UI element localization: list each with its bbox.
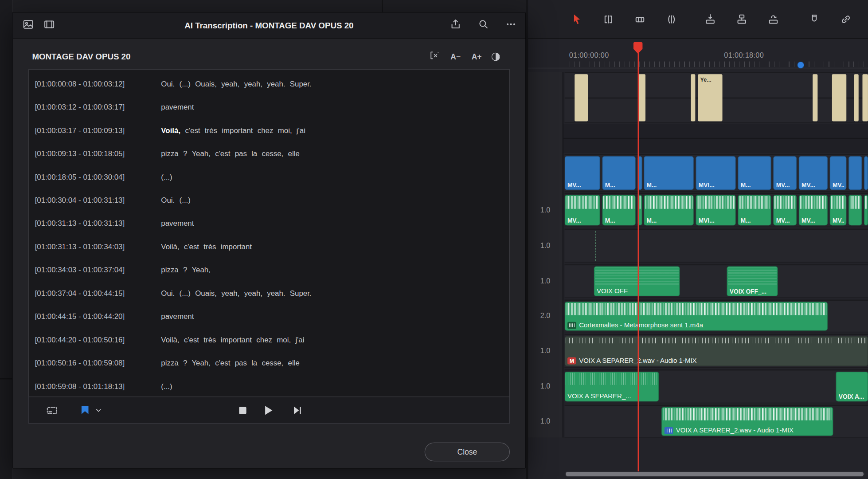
- insert-clip-icon[interactable]: [698, 10, 723, 28]
- video-clip[interactable]: M...: [738, 156, 771, 190]
- filmstrip-view-icon[interactable]: [43, 18, 56, 33]
- transcript-timestamp: [01:00:18:05 - 01:00:30:04]: [29, 173, 161, 181]
- transcript-text: pizza ? Yeah, c'est pas la cesse, elle: [161, 149, 299, 158]
- thin-clip[interactable]: [691, 74, 695, 121]
- subtitle-region-icon[interactable]: [45, 404, 59, 417]
- audio-clip[interactable]: [848, 195, 862, 226]
- marker-flag-icon[interactable]: [82, 406, 89, 414]
- transcript-row[interactable]: [01:00:00:08 - 01:00:03:12]Oui. (...) Ou…: [29, 72, 509, 95]
- transcript-row[interactable]: [01:00:59:08 - 01:01:18:13](...): [29, 374, 509, 397]
- playhead-line[interactable]: [638, 42, 639, 471]
- video-clip[interactable]: MV...: [773, 156, 796, 190]
- transcript-row[interactable]: [01:00:31:13 - 01:00:31:13]pavement: [29, 212, 509, 235]
- mute-badge: M: [567, 357, 576, 364]
- waveform: [739, 196, 770, 209]
- transcript-row[interactable]: [01:00:18:05 - 01:00:30:04](...): [29, 165, 509, 188]
- transcript-row[interactable]: [01:00:34:03 - 01:00:37:04]pizza ? Yeah,: [29, 258, 509, 281]
- close-button[interactable]: Close: [425, 443, 510, 461]
- dynamic-trim-mode-icon[interactable]: [659, 10, 684, 28]
- thin-clip[interactable]: Ye...: [698, 74, 723, 121]
- audio-clip[interactable]: MVI...: [696, 195, 736, 226]
- track-volume-label: 1.0: [528, 346, 562, 355]
- audio-clip[interactable]: VOIX A...: [836, 372, 868, 401]
- audio-clip[interactable]: MV...: [773, 195, 796, 226]
- waveform: [595, 267, 679, 285]
- audio-clip[interactable]: VOIX A SEPARER_...: [565, 372, 659, 401]
- video-clip[interactable]: MVI...: [696, 156, 736, 190]
- thin-clip[interactable]: [862, 74, 868, 121]
- clip-label: M...: [646, 217, 691, 224]
- transcript-text: Voilà, c'est très important chez moi, j'…: [161, 126, 305, 134]
- video-clip[interactable]: MV...: [830, 156, 846, 190]
- replace-clip-icon[interactable]: [761, 10, 786, 28]
- transcript-row[interactable]: [01:00:03:12 - 01:00:03:17]pavement: [29, 95, 509, 118]
- thin-clip[interactable]: [638, 74, 645, 121]
- video-clip[interactable]: MV...: [799, 156, 828, 190]
- audio-clip[interactable]: VOIX A SEPARER_2.wav - Audio 1-MIX: [661, 407, 833, 436]
- overwrite-clip-icon[interactable]: [730, 10, 754, 28]
- transcript-row[interactable]: [01:00:30:04 - 01:00:31:13]Oui. (...): [29, 188, 509, 212]
- thin-clip[interactable]: [813, 74, 817, 121]
- snapping-icon[interactable]: [802, 10, 826, 28]
- collapsed-track-divider: [528, 138, 868, 139]
- audio-clip[interactable]: VOIX OFF: [594, 267, 680, 296]
- timeline-ruler-ticks[interactable]: [565, 62, 868, 67]
- dialog-title-bar: AI Transcription - MONTAGE DAV OPUS 20: [13, 13, 525, 39]
- more-options-icon[interactable]: [504, 18, 518, 33]
- timeline-scrollbar-thumb[interactable]: [566, 472, 864, 476]
- transcript-text: pizza ? Yeah,: [161, 266, 211, 274]
- video-clip[interactable]: [864, 156, 868, 190]
- audio-clip[interactable]: M...: [738, 195, 771, 226]
- export-icon[interactable]: [449, 18, 462, 33]
- audio-clip[interactable]: M...: [644, 195, 693, 226]
- thumbnail-view-icon[interactable]: [22, 18, 35, 33]
- transcript-row[interactable]: [01:00:50:16 - 01:00:59:08]pizza ? Yeah,…: [29, 351, 509, 374]
- audio-clip[interactable]: MV...: [830, 195, 846, 226]
- dialog-title: AI Transcription - MONTAGE DAV OPUS 20: [13, 13, 525, 38]
- increase-font-button[interactable]: A+: [470, 52, 482, 61]
- transcription-dialog: AI Transcription - MONTAGE DAV OPUS 20: [12, 12, 526, 468]
- transcript-row[interactable]: [01:00:31:13 - 01:00:34:03]Voilà, c'est …: [29, 235, 509, 258]
- flag-dropdown-icon[interactable]: [94, 406, 103, 415]
- linked-selection-icon[interactable]: [834, 10, 858, 28]
- audio-waveform-badge: [567, 322, 576, 329]
- audio-clip[interactable]: MV...: [799, 195, 828, 226]
- search-icon[interactable]: [477, 18, 490, 33]
- audio-clip[interactable]: Cortexmaltes - Metamorphose sent 1.m4a: [565, 302, 828, 331]
- left-rail: [0, 0, 13, 479]
- video-clip[interactable]: M...: [602, 156, 636, 190]
- stop-icon[interactable]: [239, 407, 246, 414]
- thin-clip[interactable]: [575, 74, 588, 121]
- video-clip[interactable]: M...: [644, 156, 693, 190]
- transcript-row[interactable]: [01:00:44:20 - 01:00:50:16]Voilà, c'est …: [29, 328, 509, 351]
- transcript-row[interactable]: [01:00:37:04 - 01:00:44:15]Oui. (...) Ou…: [29, 281, 509, 304]
- trim-edit-mode-icon[interactable]: [596, 10, 621, 28]
- audio-clip[interactable]: M...: [602, 195, 636, 226]
- transcript-highlighted-word: Voilà,: [161, 126, 180, 134]
- audio-clip[interactable]: MV...: [565, 195, 600, 226]
- transcript-timestamp: [01:00:30:04 - 01:00:31:13]: [29, 196, 161, 204]
- transcript-row[interactable]: [01:00:44:15 - 01:00:44:20]pavement: [29, 305, 509, 328]
- audio-clip[interactable]: [864, 195, 868, 226]
- transcript-row[interactable]: [01:00:03:17 - 01:00:09:13]Voilà, c'est …: [29, 118, 509, 141]
- dialog-view-toggles: [22, 13, 56, 38]
- transcript-timestamp: [01:00:50:16 - 01:00:59:08]: [29, 359, 161, 367]
- clip-outline: [595, 231, 597, 261]
- audio-clip[interactable]: VOIX OFF_...: [727, 267, 778, 296]
- decrease-font-button[interactable]: A−: [450, 52, 461, 61]
- play-icon[interactable]: [265, 406, 272, 415]
- video-clip[interactable]: MV...: [565, 156, 600, 190]
- thin-clip[interactable]: [832, 74, 846, 121]
- selection-mode-icon[interactable]: [565, 10, 589, 28]
- clear-search-icon[interactable]: [428, 49, 440, 63]
- razor-edit-mode-icon[interactable]: [628, 10, 652, 28]
- waveform: [774, 196, 795, 209]
- audio-clip[interactable]: MVOIX A SEPARER_2.wav - Audio 1-MIX: [565, 336, 868, 366]
- contrast-icon[interactable]: [492, 52, 500, 61]
- thin-clip[interactable]: [854, 74, 859, 121]
- transcript-row[interactable]: [01:00:09:13 - 01:00:18:05]pizza ? Yeah,…: [29, 142, 509, 165]
- video-clip[interactable]: [848, 156, 862, 190]
- clip-label: VOIX OFF_...: [730, 288, 776, 294]
- timeline-marker[interactable]: [797, 62, 804, 69]
- play-advance-icon[interactable]: [291, 404, 305, 417]
